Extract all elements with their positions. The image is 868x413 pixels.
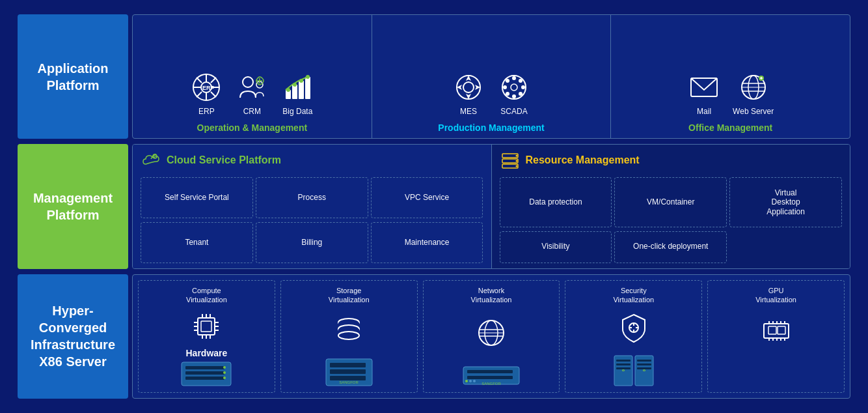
svg-rect-100 bbox=[616, 363, 631, 365]
resource-management: Resource Management Data protection VM/C… bbox=[492, 145, 850, 268]
svg-rect-52 bbox=[201, 321, 211, 332]
visibility-cell: Visibility bbox=[500, 231, 612, 263]
application-platform-row: ApplicationPlatform bbox=[18, 14, 850, 139]
svg-line-6 bbox=[197, 78, 202, 83]
svg-rect-46 bbox=[502, 159, 518, 163]
svg-point-11 bbox=[243, 77, 253, 87]
web-server-icon bbox=[737, 70, 770, 104]
billing-cell: Billing bbox=[256, 222, 368, 263]
svg-point-29 bbox=[521, 85, 525, 89]
svg-point-21 bbox=[299, 79, 303, 83]
hyper-converged-row: Hyper-ConvergedInfrastructureX86 Server … bbox=[18, 274, 850, 399]
svg-point-20 bbox=[293, 83, 297, 87]
cloud-service-platform-title: Cloud Service Platform bbox=[167, 154, 281, 166]
scada-label: SCADA bbox=[500, 107, 527, 116]
gpu-virt-section: GPUVirtualization bbox=[707, 280, 845, 393]
svg-rect-106 bbox=[768, 326, 776, 334]
compute-virt-section: ComputeVirtualization bbox=[138, 280, 275, 393]
svg-point-33 bbox=[506, 92, 509, 96]
web-server-label: Web Server bbox=[733, 107, 774, 116]
svg-rect-89 bbox=[467, 376, 513, 379]
svg-text:SANGFOR: SANGFOR bbox=[339, 380, 359, 384]
erp-label: ERP bbox=[198, 107, 215, 116]
scada-icon bbox=[497, 70, 531, 104]
resource-icon bbox=[500, 150, 521, 171]
shield-icon bbox=[617, 312, 650, 345]
management-platform-label: ManagementPlatform bbox=[18, 144, 128, 268]
mail-icon bbox=[687, 70, 721, 104]
globe-icon bbox=[475, 317, 508, 349]
data-protection-cell: Data protection bbox=[500, 177, 612, 227]
svg-rect-68 bbox=[185, 377, 224, 380]
storage-hw: SANGFOR bbox=[325, 358, 373, 387]
mes-icon bbox=[452, 70, 485, 104]
svg-point-34 bbox=[511, 84, 517, 91]
svg-point-91 bbox=[469, 380, 472, 382]
maintenance-cell: Maintenance bbox=[371, 222, 483, 263]
server-device bbox=[142, 361, 271, 387]
svg-rect-67 bbox=[185, 371, 224, 375]
network-virt-section: NetworkVirtualization bbox=[423, 280, 560, 393]
svg-point-24 bbox=[463, 82, 474, 93]
svg-rect-16 bbox=[292, 85, 297, 99]
cloud-service-grid: Self Service Portal Process VPC Service … bbox=[141, 177, 483, 263]
svg-rect-18 bbox=[305, 77, 310, 99]
svg-point-71 bbox=[223, 377, 226, 379]
svg-point-70 bbox=[223, 371, 226, 374]
management-platform-row: ManagementPlatform Cloud Service Platfor… bbox=[18, 144, 850, 268]
svg-rect-45 bbox=[502, 154, 518, 158]
cpu-icon bbox=[190, 310, 223, 343]
svg-point-26 bbox=[512, 76, 516, 80]
cloud-service-platform: Cloud Service Platform Self Service Port… bbox=[133, 145, 492, 268]
management-platform-content: Cloud Service Platform Self Service Port… bbox=[132, 144, 850, 268]
one-click-cell: One-click deployment bbox=[614, 231, 727, 263]
application-platform-label: ApplicationPlatform bbox=[18, 14, 128, 139]
network-virt-title: NetworkVirtualization bbox=[471, 286, 512, 305]
svg-point-50 bbox=[515, 165, 517, 167]
gpu-virt-title: GPUVirtualization bbox=[755, 286, 796, 305]
self-service-portal-cell: Self Service Portal bbox=[141, 177, 253, 218]
tenant-cell: Tenant bbox=[141, 222, 253, 263]
mail-item: Mail bbox=[687, 70, 721, 116]
svg-rect-78 bbox=[330, 363, 366, 367]
big-data-icon bbox=[280, 70, 314, 104]
mail-label: Mail bbox=[697, 107, 711, 116]
crm-label: CRM bbox=[243, 107, 261, 116]
cloud-icon bbox=[141, 150, 161, 171]
svg-line-7 bbox=[211, 92, 216, 97]
svg-point-19 bbox=[286, 88, 290, 92]
svg-text:ERP: ERP bbox=[202, 85, 215, 91]
storage-virt-title: StorageVirtualization bbox=[329, 286, 370, 305]
crm-item: CRM bbox=[235, 70, 269, 116]
erp-icon: ERP bbox=[189, 70, 223, 104]
resource-management-title: Resource Management bbox=[526, 154, 640, 166]
empty-cell bbox=[729, 231, 842, 263]
svg-point-28 bbox=[503, 85, 507, 89]
vpc-service-cell: VPC Service bbox=[371, 177, 483, 218]
gpu-icon bbox=[760, 315, 793, 347]
svg-rect-51 bbox=[198, 318, 215, 335]
big-data-item: Big Data bbox=[280, 70, 314, 116]
svg-point-31 bbox=[519, 92, 522, 96]
operation-management-title: Operation & Management bbox=[197, 122, 308, 133]
security-hw: 8 8 bbox=[611, 354, 657, 387]
svg-rect-103 bbox=[637, 363, 651, 365]
svg-point-92 bbox=[473, 380, 476, 382]
compute-virt-title: ComputeVirtualization bbox=[186, 286, 227, 305]
vm-container-cell: VM/Container bbox=[614, 177, 727, 227]
svg-point-22 bbox=[306, 75, 310, 79]
svg-rect-17 bbox=[299, 81, 304, 99]
svg-rect-104 bbox=[637, 367, 651, 369]
hyper-converged-label: Hyper-ConvergedInfrastructureX86 Server bbox=[18, 274, 128, 399]
svg-line-9 bbox=[197, 92, 202, 97]
operation-management-section: ERP ERP bbox=[133, 15, 372, 138]
crm-icon bbox=[235, 70, 269, 104]
production-management-title: Production Management bbox=[438, 122, 544, 133]
erp-item: ERP ERP bbox=[189, 70, 223, 116]
storage-virt-section: StorageVirtualization bbox=[280, 280, 418, 393]
office-management-title: Office Management bbox=[688, 122, 772, 133]
svg-point-90 bbox=[465, 380, 468, 382]
svg-point-32 bbox=[519, 79, 522, 83]
web-server-item: Web Server bbox=[733, 70, 774, 116]
security-virt-title: SecurityVirtualization bbox=[613, 286, 654, 305]
